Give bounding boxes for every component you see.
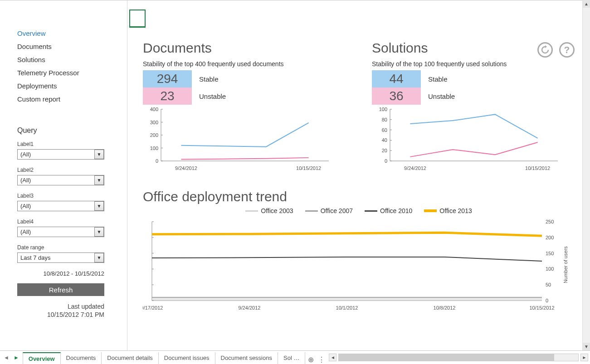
solutions-subtitle: Stability of the top 100 frequently used… — [372, 60, 575, 68]
tab-document-issues[interactable]: Document issues — [159, 352, 215, 364]
solutions-stable-label: Stable — [428, 75, 448, 83]
solutions-unstable-label: Unstable — [428, 92, 455, 100]
chevron-down-icon[interactable]: ▼ — [94, 227, 104, 237]
label3-value: (All) — [17, 201, 104, 211]
chevron-down-icon[interactable]: ▼ — [94, 150, 104, 159]
svg-text:300: 300 — [150, 120, 158, 125]
sheet-menu-icon[interactable]: ⋮ — [316, 355, 327, 364]
documents-unstable-count: 23 — [143, 87, 192, 105]
refresh-button[interactable]: Refresh — [17, 283, 104, 296]
vertical-scrollbar[interactable]: ▲ ▼ — [582, 0, 590, 350]
scroll-up-icon[interactable]: ▲ — [583, 0, 590, 8]
nav-overview[interactable]: Overview — [17, 27, 119, 40]
nav-solutions[interactable]: Solutions — [17, 53, 119, 66]
documents-unstable-label: Unstable — [199, 92, 226, 100]
label2-caption: Label2 — [17, 167, 119, 173]
legend-office-2007: Office 2007 — [321, 207, 353, 214]
label2-select[interactable]: (All) ▼ — [17, 175, 104, 185]
svg-text:60: 60 — [382, 127, 387, 133]
label1-caption: Label1 — [17, 141, 119, 147]
legend-office-2003: Office 2003 — [261, 207, 293, 214]
trend-chart: 9/17/20129/24/201210/1/201210/8/201210/1… — [143, 217, 569, 312]
svg-text:9/24/2012: 9/24/2012 — [239, 305, 261, 311]
documents-chart: 01002003004009/24/201210/15/2012 — [143, 105, 333, 173]
date-range-select[interactable]: Last 7 days ▼ — [17, 252, 104, 263]
svg-text:100: 100 — [546, 266, 554, 272]
tab-document-details[interactable]: Document details — [102, 352, 158, 364]
documents-stable-label: Stable — [199, 75, 219, 83]
label4-value: (All) — [17, 227, 104, 237]
scroll-down-icon[interactable]: ▼ — [583, 343, 590, 350]
cell-selection-marker — [129, 10, 146, 28]
date-range-value: Last 7 days — [17, 252, 104, 263]
trend-legend: Office 2003 Office 2007 Office 2010 Offi… — [143, 207, 575, 214]
trend-title: Office deployment trend — [143, 189, 575, 204]
svg-text:400: 400 — [150, 107, 158, 112]
documents-stable-count: 294 — [143, 70, 192, 87]
svg-text:Number of users: Number of users — [563, 246, 568, 283]
label3-select[interactable]: (All) ▼ — [17, 201, 104, 211]
legend-office-2013: Office 2013 — [439, 207, 472, 214]
date-range-caption: Date range — [17, 244, 119, 251]
horizontal-scrollbar[interactable]: ◄ ► — [327, 351, 590, 364]
label1-select[interactable]: (All) ▼ — [17, 149, 104, 160]
svg-text:0: 0 — [385, 158, 387, 164]
svg-text:200: 200 — [546, 235, 554, 240]
svg-text:200: 200 — [150, 132, 158, 138]
chevron-down-icon[interactable]: ▼ — [94, 253, 104, 262]
svg-text:250: 250 — [546, 219, 554, 224]
nav-deployments[interactable]: Deployments — [17, 79, 119, 92]
documents-subtitle: Stability of the top 400 frequently used… — [143, 60, 346, 68]
svg-text:10/1/2012: 10/1/2012 — [336, 305, 358, 311]
svg-text:40: 40 — [382, 137, 387, 143]
nav-custom-report[interactable]: Custom report — [17, 92, 119, 106]
solutions-stable-count: 44 — [372, 70, 421, 87]
svg-text:150: 150 — [546, 251, 554, 256]
label1-value: (All) — [17, 149, 104, 160]
label2-value: (All) — [17, 175, 104, 185]
label4-select[interactable]: (All) ▼ — [17, 227, 104, 237]
date-range-display: 10/8/2012 - 10/15/2012 — [17, 270, 104, 277]
svg-text:10/15/2012: 10/15/2012 — [529, 305, 554, 311]
svg-text:9/24/2012: 9/24/2012 — [404, 165, 426, 171]
svg-text:50: 50 — [546, 282, 551, 287]
legend-office-2010: Office 2010 — [380, 207, 412, 214]
query-heading: Query — [17, 126, 119, 135]
tab-sol[interactable]: Sol … — [278, 352, 305, 364]
svg-text:100: 100 — [379, 107, 387, 112]
label4-caption: Label4 — [17, 218, 119, 225]
svg-text:9/17/2012: 9/17/2012 — [143, 305, 163, 311]
nav-documents[interactable]: Documents — [17, 40, 119, 53]
solutions-unstable-count: 36 — [372, 87, 421, 105]
svg-marker-0 — [545, 45, 547, 48]
last-updated-label: Last updated — [17, 302, 104, 311]
tab-documents[interactable]: Documents — [61, 352, 102, 364]
svg-text:9/24/2012: 9/24/2012 — [175, 165, 197, 171]
last-updated-value: 10/15/2012 7:01 PM — [17, 311, 104, 319]
refresh-icon[interactable] — [537, 42, 553, 58]
sheet-nav-prev-icon[interactable]: ◄ — [4, 354, 9, 361]
sidebar-nav: Overview Documents Solutions Telemetry P… — [17, 27, 119, 106]
nav-telemetry-processor[interactable]: Telemetry Processor — [17, 66, 119, 79]
scroll-left-icon[interactable]: ◄ — [329, 354, 336, 361]
help-icon[interactable]: ? — [559, 42, 575, 58]
label3-caption: Label3 — [17, 193, 119, 199]
chevron-down-icon[interactable]: ▼ — [94, 201, 104, 211]
svg-text:20: 20 — [382, 148, 387, 153]
tab-document-sessions[interactable]: Document sessions — [215, 352, 278, 364]
svg-text:10/15/2012: 10/15/2012 — [296, 165, 321, 171]
svg-text:80: 80 — [382, 117, 387, 122]
documents-title: Documents — [143, 40, 346, 56]
svg-text:0: 0 — [546, 298, 548, 303]
tab-overview[interactable]: Overview — [23, 352, 61, 364]
solutions-chart: 0204060801009/24/201210/15/2012 — [372, 105, 562, 173]
sheet-nav-next-icon[interactable]: ► — [14, 354, 19, 361]
chevron-down-icon[interactable]: ▼ — [94, 175, 104, 185]
svg-text:100: 100 — [150, 146, 158, 151]
svg-text:10/15/2012: 10/15/2012 — [525, 165, 550, 171]
svg-text:0: 0 — [156, 158, 158, 164]
scroll-right-icon[interactable]: ► — [580, 354, 588, 361]
sheet-tabs: Overview Documents Document details Docu… — [23, 351, 327, 364]
svg-text:10/8/2012: 10/8/2012 — [434, 305, 456, 311]
add-sheet-icon[interactable]: ⊕ — [305, 355, 316, 364]
